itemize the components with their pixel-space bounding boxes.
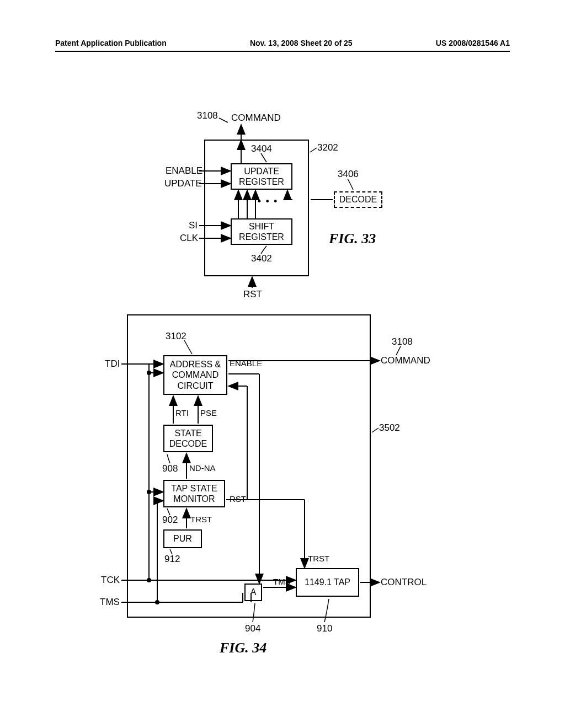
- header-center: Nov. 13, 2008 Sheet 20 of 25: [250, 39, 353, 47]
- decode-block: DECODE: [334, 191, 382, 208]
- tap-line1: TAP STATE: [171, 483, 217, 494]
- decode-label: DECODE: [339, 195, 377, 205]
- tap1149-label: 1149.1 TAP: [305, 577, 350, 587]
- header-left: Patent Application Publication: [55, 39, 167, 47]
- ref-3404: 3404: [251, 143, 272, 154]
- addr-cmd-block: ADDRESS & COMMAND CIRCUIT: [163, 355, 227, 395]
- trst1-label: TRST: [190, 515, 212, 524]
- tap-state-monitor-block: TAP STATE MONITOR: [163, 480, 225, 507]
- a-gate-block: A: [244, 584, 262, 601]
- ref-910: 910: [317, 623, 332, 634]
- a-label: A: [250, 587, 257, 597]
- update-register-block: UPDATE REGISTER: [231, 163, 292, 190]
- tdi-label: TDI: [105, 358, 120, 370]
- tap-line2: MONITOR: [173, 494, 215, 504]
- ref-904: 904: [245, 623, 260, 634]
- tap-1149-block: 1149.1 TAP: [296, 568, 359, 597]
- tmsp-label: TMS': [273, 577, 292, 586]
- shift-register-block: SHIFT REGISTER: [231, 218, 292, 245]
- ref-912: 912: [164, 554, 180, 565]
- rti-label: RTI: [175, 408, 189, 417]
- command-label: COMMAND: [231, 113, 281, 124]
- ref-3108: 3108: [197, 110, 218, 121]
- control-out-label: CONTROL: [381, 577, 427, 588]
- dots: • • •: [258, 196, 278, 207]
- page-header: Patent Application Publication Nov. 13, …: [55, 39, 510, 52]
- ref-3108-34: 3108: [392, 336, 413, 347]
- addr-line2: COMMAND: [172, 370, 218, 380]
- ref-3202: 3202: [317, 142, 338, 153]
- addr-line1: ADDRESS &: [170, 359, 221, 370]
- fig33-label: FIG. 33: [329, 231, 376, 247]
- enable-label: ENABLE: [166, 165, 202, 176]
- state-line1: STATE: [174, 428, 201, 438]
- header-right: US 2008/0281546 A1: [436, 39, 510, 47]
- shift-register-line1: SHIFT: [249, 221, 274, 232]
- rst-label: RST: [243, 289, 262, 300]
- enable-label34: ENABLE: [230, 358, 262, 368]
- pur-block: PUR: [163, 529, 202, 548]
- trst2-label: TRST: [308, 554, 329, 563]
- addr-line3: CIRCUIT: [178, 381, 214, 391]
- shift-register-line2: REGISTER: [239, 232, 284, 242]
- command-out-label: COMMAND: [381, 355, 430, 366]
- ref-3406: 3406: [338, 169, 359, 180]
- update-register-line1: UPDATE: [244, 166, 279, 176]
- pse-label: PSE: [200, 408, 217, 417]
- ref-908: 908: [162, 463, 178, 474]
- ref-3502: 3502: [379, 422, 400, 433]
- si-label: SI: [189, 220, 198, 231]
- ref-3402: 3402: [251, 253, 272, 264]
- update-register-line2: REGISTER: [239, 176, 284, 187]
- state-decode-block: STATE DECODE: [163, 425, 213, 452]
- state-line2: DECODE: [169, 438, 207, 449]
- tms-label: TMS: [100, 597, 120, 608]
- rst-label34: RST: [230, 494, 246, 504]
- ref-3102: 3102: [166, 331, 186, 342]
- clk-label: CLK: [180, 233, 198, 244]
- ndna-label: ND-NA: [189, 463, 216, 473]
- tck-label: TCK: [101, 575, 120, 586]
- ref-902: 902: [162, 515, 178, 526]
- fig34-label: FIG. 34: [220, 640, 266, 656]
- pur-label: PUR: [173, 533, 192, 544]
- update-label: UPDATE: [164, 178, 202, 189]
